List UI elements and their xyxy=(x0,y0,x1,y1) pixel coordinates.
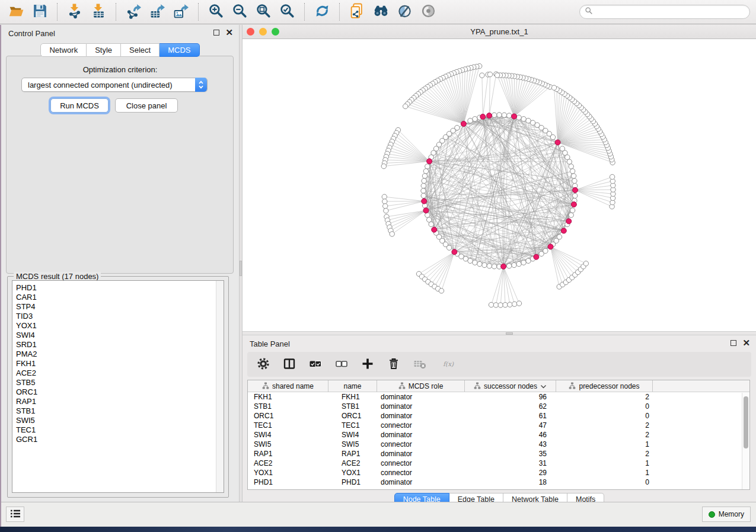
settings-gear-icon xyxy=(257,357,270,372)
column-header-shared-name[interactable]: shared name xyxy=(248,380,328,392)
delete-table-button[interactable] xyxy=(412,357,428,372)
tab-select[interactable]: Select xyxy=(121,43,160,57)
table-row[interactable]: TEC1TEC1connector472 xyxy=(248,421,749,430)
import-network-button[interactable] xyxy=(65,2,85,21)
splitter-grip[interactable] xyxy=(240,261,242,276)
table-cell: YOX1 xyxy=(248,468,328,477)
network-graph[interactable] xyxy=(243,39,756,331)
export-image-button[interactable] xyxy=(171,2,191,21)
table-row[interactable]: ORC1ORC1dominator610 xyxy=(248,411,749,421)
application-window: Control Panel ✕ NetworkStyleSelectMCDS O… xyxy=(0,0,756,527)
mcds-result-item[interactable]: SWI5 xyxy=(12,416,224,425)
table-cell: 46 xyxy=(465,430,556,440)
tab-network[interactable]: Network xyxy=(40,43,87,57)
table-scrollbar[interactable] xyxy=(742,393,749,489)
show-details-button[interactable] xyxy=(418,2,438,21)
table-cell: 96 xyxy=(465,392,556,402)
column-header-MCDS-role[interactable]: MCDS role xyxy=(377,380,465,392)
table-row[interactable]: SWI5SWI5connector431 xyxy=(248,440,749,449)
criterion-dropdown[interactable]: largest connected component (undirected) xyxy=(21,78,208,92)
table-row[interactable]: STB1STB1dominator620 xyxy=(248,402,749,411)
table-cell: 29 xyxy=(465,468,556,477)
mcds-result-item[interactable]: TID3 xyxy=(12,312,224,321)
zoom-selected-button[interactable] xyxy=(277,2,297,21)
function-builder-button[interactable]: f(x) xyxy=(438,357,460,372)
mcds-result-item[interactable]: RAP1 xyxy=(12,397,224,406)
mcds-result-item[interactable]: CAR1 xyxy=(12,293,224,302)
horizontal-splitter[interactable] xyxy=(243,331,756,335)
delete-table-icon xyxy=(413,357,426,372)
show-columns-button[interactable] xyxy=(282,357,297,372)
run-mcds-button[interactable]: Run MCDS xyxy=(50,98,109,113)
hide-details-button[interactable] xyxy=(394,2,414,21)
task-history-button[interactable] xyxy=(6,507,24,522)
close-panel-button[interactable]: Close panel xyxy=(115,98,178,113)
select-all-button[interactable] xyxy=(308,357,323,372)
tab-style[interactable]: Style xyxy=(87,43,121,57)
mcds-result-item[interactable]: TEC1 xyxy=(12,425,224,435)
add-button[interactable] xyxy=(360,357,375,372)
criterion-label: Optimization criterion: xyxy=(1,65,239,74)
open-file-icon xyxy=(8,3,24,21)
column-label: name xyxy=(343,382,361,390)
open-file-button[interactable] xyxy=(6,2,26,21)
column-header-name[interactable]: name xyxy=(328,380,377,392)
table-cell: TEC1 xyxy=(248,421,328,430)
table-row[interactable]: YOX1YOX1connector291 xyxy=(248,468,749,477)
deselect-all-button[interactable] xyxy=(334,357,349,372)
toolbar-separator xyxy=(116,3,116,21)
mcds-result-item[interactable]: YOX1 xyxy=(12,321,224,331)
zoom-out-button[interactable] xyxy=(229,2,250,21)
find-icon xyxy=(373,3,389,21)
toolbar-separator xyxy=(57,3,58,21)
memory-button[interactable]: Memory xyxy=(702,507,751,522)
table-cell: 31 xyxy=(465,459,556,468)
settings-gear-button[interactable] xyxy=(256,357,271,372)
table-row[interactable]: FKH1FKH1dominator962 xyxy=(248,392,749,402)
mcds-result-item[interactable]: SRD1 xyxy=(12,340,224,350)
mcds-result-item[interactable]: STB1 xyxy=(12,406,224,416)
close-panel-icon[interactable]: ✕ xyxy=(225,30,233,36)
mcds-result-list[interactable]: PHD1CAR1STP4TID3YOX1SWI4SRD1PMA2FKH1ACE2… xyxy=(12,280,224,493)
new-network-selection-button[interactable] xyxy=(347,2,367,21)
mcds-result-item[interactable]: ORC1 xyxy=(12,387,224,397)
float-panel-icon[interactable] xyxy=(213,30,219,36)
delete-button[interactable] xyxy=(386,357,401,372)
float-panel-icon[interactable] xyxy=(731,340,736,346)
table-row[interactable]: RAP1RAP1dominator352 xyxy=(248,449,749,459)
network-canvas[interactable] xyxy=(243,39,756,331)
table-row[interactable]: PHD1PHD1dominator180 xyxy=(248,477,749,487)
mcds-result-item[interactable]: SWI4 xyxy=(12,331,224,340)
save-session-button[interactable] xyxy=(30,2,50,21)
mcds-result-item[interactable]: PHD1 xyxy=(12,283,224,293)
mcds-result-item[interactable]: STB5 xyxy=(12,378,224,387)
search-input[interactable] xyxy=(596,8,745,16)
splitter-grip[interactable] xyxy=(506,332,513,335)
zoom-in-button[interactable] xyxy=(206,2,226,21)
save-session-icon xyxy=(32,3,48,21)
column-header-predecessor-nodes[interactable]: predecessor nodes xyxy=(556,380,653,392)
tab-mcds[interactable]: MCDS xyxy=(160,43,199,57)
apply-layout-icon xyxy=(314,3,330,21)
import-table-button[interactable] xyxy=(88,2,109,21)
export-network-button[interactable] xyxy=(123,2,143,21)
close-panel-icon[interactable]: ✕ xyxy=(742,340,750,346)
apply-layout-button[interactable] xyxy=(312,2,332,21)
table-row[interactable]: ACE2ACE2connector311 xyxy=(248,459,749,468)
mcds-result-item[interactable]: FKH1 xyxy=(12,359,224,368)
scrollbar-thumb[interactable] xyxy=(744,396,748,448)
mcds-result-item[interactable]: GCR1 xyxy=(12,435,224,444)
main-toolbar xyxy=(0,0,756,24)
mcds-list-scrollbar[interactable] xyxy=(216,281,224,492)
mcds-result-item[interactable]: ACE2 xyxy=(12,368,224,378)
zoom-fit-button[interactable] xyxy=(253,2,273,21)
mcds-result-item[interactable]: PMA2 xyxy=(12,350,224,359)
column-header-successor-nodes[interactable]: successor nodes xyxy=(465,380,556,392)
find-button[interactable] xyxy=(371,2,391,21)
table-cell: connector xyxy=(377,421,465,430)
node-table[interactable]: shared namenameMCDS rolesuccessor nodesp… xyxy=(247,380,750,490)
export-table-button[interactable] xyxy=(147,2,167,21)
import-table-icon xyxy=(91,3,107,21)
mcds-result-item[interactable]: STP4 xyxy=(12,302,224,312)
table-row[interactable]: SWI4SWI4dominator462 xyxy=(248,430,749,440)
